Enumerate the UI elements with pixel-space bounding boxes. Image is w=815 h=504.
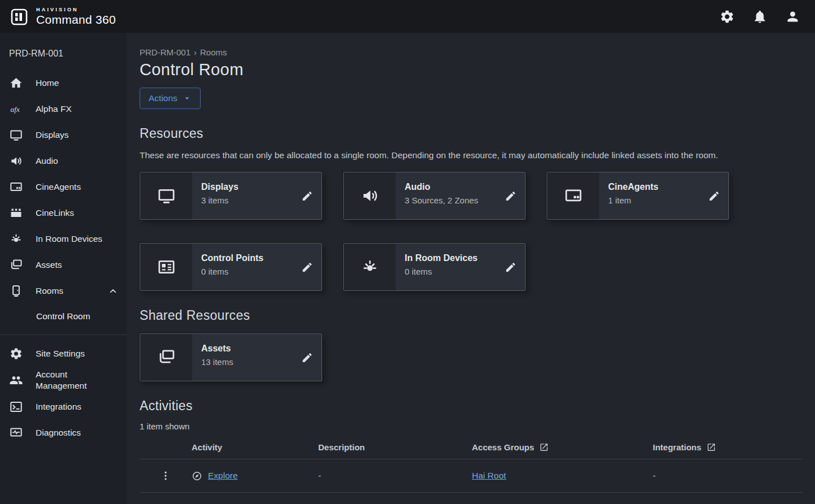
sidebar-divider [0, 334, 127, 335]
sidebar-item-label: Site Settings [36, 348, 119, 359]
sidebar-item-label: CineLinks [36, 207, 119, 219]
sidebar-item-control-room[interactable]: Control Room [0, 304, 127, 329]
breadcrumb-rooms[interactable]: Rooms [200, 47, 227, 57]
sidebar-item-home[interactable]: Home [0, 70, 127, 96]
resources-heading: Resources [140, 126, 803, 141]
sidebar-subitem-label: Control Room [36, 311, 90, 321]
sidebar-item-diagnostics[interactable]: Diagnostics [0, 420, 127, 446]
activity-explore-link[interactable]: Explore [208, 471, 238, 481]
edit-pencil-icon[interactable] [301, 351, 313, 363]
kebab-menu-icon[interactable] [160, 470, 171, 481]
activities-heading: Activities [140, 398, 803, 414]
resource-card-cineagents[interactable]: CineAgents 1 item [547, 172, 729, 220]
topbar-actions [719, 9, 805, 24]
sidebar-item-rooms[interactable]: Rooms [0, 278, 127, 304]
edit-pencil-icon[interactable] [505, 261, 517, 273]
description-cell: - [318, 471, 472, 481]
display-icon [9, 128, 23, 142]
table-header-row: Activity Description Access Groups Integ… [140, 437, 803, 459]
sidebar-item-label: Assets [36, 259, 119, 271]
rooms-icon [9, 284, 23, 298]
sidebar-item-alpha-fx[interactable]: Alpha FX [0, 96, 127, 122]
sidebar-item-label: Alpha FX [36, 103, 119, 115]
control-points-icon [157, 258, 176, 276]
card-subtitle: 1 item [608, 195, 658, 205]
resource-card-in-room-devices[interactable]: In Room Devices 0 items [343, 243, 526, 291]
sidebar-item-account-management[interactable]: Account Management [0, 367, 127, 394]
table-row: Explore - Hai Root - [140, 459, 803, 493]
edit-pencil-icon[interactable] [505, 190, 517, 202]
brand-haivision: HAIVISION [36, 7, 116, 12]
card-title: Displays [201, 182, 239, 192]
cineagents-icon [564, 186, 583, 205]
settings-icon[interactable] [719, 9, 735, 24]
card-icon-zone [140, 172, 192, 219]
assets-icon [157, 348, 176, 367]
sidebar-item-cinelinks[interactable]: CineLinks [0, 200, 127, 226]
resource-card-audio[interactable]: Audio 3 Sources, 2 Zones [343, 172, 526, 220]
card-subtitle: 3 items [201, 195, 239, 205]
sidebar: PRD-RM-001 Home Alpha FX Displays Audio … [0, 33, 127, 504]
app-brand[interactable]: HAIVISION Command 360 [10, 6, 116, 27]
edit-pencil-icon[interactable] [708, 190, 720, 202]
notifications-bell-icon[interactable] [752, 9, 768, 24]
caret-down-icon [183, 94, 192, 103]
resources-cards-row-2: Control Points 0 items In Room Devices 0… [140, 243, 803, 291]
sidebar-item-in-room-devices[interactable]: In Room Devices [0, 226, 127, 252]
card-icon-zone [547, 172, 599, 219]
account-person-icon[interactable] [785, 9, 800, 24]
shared-cards-row: Assets 13 items [140, 333, 803, 381]
card-subtitle: 13 items [201, 357, 233, 367]
card-icon-zone [344, 172, 396, 219]
access-group-link[interactable]: Hai Root [472, 471, 506, 481]
sidebar-item-label: Account Management [36, 369, 102, 392]
brand-text: HAIVISION Command 360 [36, 7, 116, 27]
card-title: In Room Devices [405, 253, 478, 263]
chevron-up-icon [107, 285, 119, 297]
topbar: HAIVISION Command 360 [0, 0, 815, 33]
sidebar-item-cineagents[interactable]: CineAgents [0, 174, 127, 200]
shared-resources-heading: Shared Resources [140, 308, 803, 323]
sidebar-item-displays[interactable]: Displays [0, 122, 127, 148]
card-subtitle: 3 Sources, 2 Zones [405, 195, 478, 205]
main-content: PRD-RM-001›Rooms Control Room Actions Re… [127, 33, 815, 504]
cineagents-icon [9, 180, 23, 194]
haivision-logo-icon [10, 6, 31, 27]
sidebar-item-label: CineAgents [36, 181, 119, 193]
sidebar-item-label: In Room Devices [36, 233, 119, 245]
in-room-devices-icon [361, 258, 379, 276]
actions-button[interactable]: Actions [140, 88, 201, 109]
site-label: PRD-RM-001 [0, 35, 127, 70]
sidebar-item-site-settings[interactable]: Site Settings [0, 341, 127, 367]
resource-card-displays[interactable]: Displays 3 items [140, 172, 322, 220]
card-title: Control Points [201, 253, 263, 263]
diagnostics-icon [9, 426, 23, 440]
sidebar-item-integrations[interactable]: Integrations [0, 394, 127, 420]
resource-card-control-points[interactable]: Control Points 0 items [140, 243, 322, 291]
card-icon-zone [140, 334, 192, 381]
alpha-fx-icon [9, 102, 23, 116]
card-title: CineAgents [608, 182, 658, 192]
external-link-icon[interactable] [539, 442, 549, 452]
sidebar-item-label: Displays [36, 129, 119, 141]
edit-pencil-icon[interactable] [301, 190, 313, 202]
audio-icon [361, 186, 379, 205]
sidebar-item-label: Diagnostics [36, 427, 119, 438]
card-subtitle: 0 items [201, 267, 263, 276]
breadcrumb-separator: › [194, 47, 197, 57]
display-icon [157, 186, 176, 205]
terminal-icon [9, 400, 23, 414]
external-link-icon[interactable] [706, 442, 716, 452]
breadcrumb-site[interactable]: PRD-RM-001 [140, 47, 190, 57]
sidebar-item-label: Integrations [36, 401, 119, 412]
edit-pencil-icon[interactable] [301, 261, 313, 273]
card-subtitle: 0 items [405, 267, 478, 276]
sidebar-item-audio[interactable]: Audio [0, 148, 127, 174]
activities-count: 1 item shown [140, 422, 803, 431]
sidebar-item-label: Home [36, 77, 119, 89]
column-header-access-groups: Access Groups [472, 442, 534, 452]
audio-icon [9, 154, 23, 168]
shared-card-assets[interactable]: Assets 13 items [140, 333, 322, 381]
actions-button-label: Actions [149, 93, 177, 103]
sidebar-item-assets[interactable]: Assets [0, 252, 127, 278]
